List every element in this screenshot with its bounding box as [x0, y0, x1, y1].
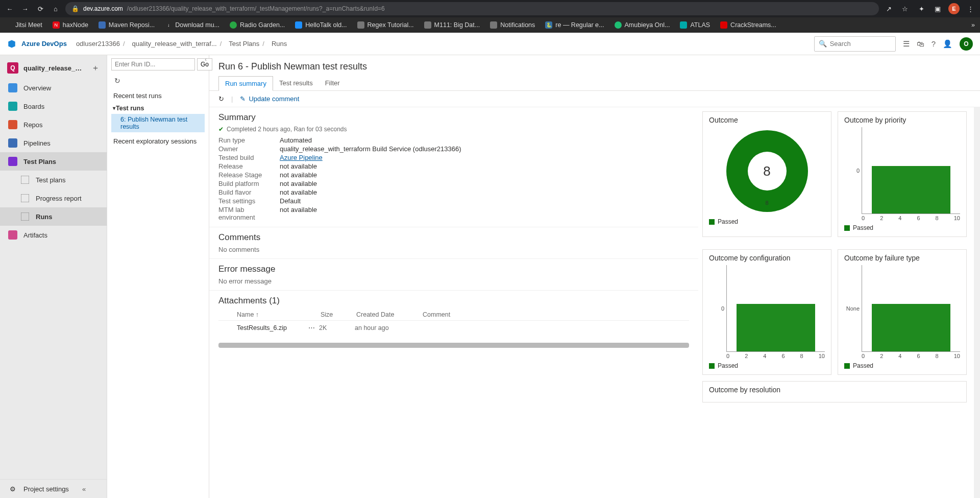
sidebar-sub-runs[interactable]: Runs: [0, 207, 107, 226]
run-id-input[interactable]: [111, 58, 195, 70]
x-tick: 10: [954, 353, 960, 359]
summary-value: not available: [280, 180, 317, 187]
summary-row: Test settingsDefault: [218, 197, 689, 205]
breadcrumb[interactable]: odluser213366: [76, 40, 120, 48]
collapse-panel-icon[interactable]: ‹: [205, 56, 207, 62]
azure-logo-icon: [7, 39, 16, 49]
chart-title: Outcome by configuration: [709, 254, 825, 262]
collapse-icon[interactable]: «: [75, 485, 93, 493]
bookmark-item[interactable]: CrackStreams...: [720, 21, 776, 29]
bookmark-item[interactable]: 🐍re — Regular e...: [545, 21, 604, 29]
x-tick: 2: [745, 353, 748, 359]
url-path: /odluser213366/quality_release_with_terr…: [127, 5, 385, 12]
browser-avatar[interactable]: E: [948, 3, 960, 14]
sidebar-item-repos[interactable]: Repos: [0, 115, 107, 134]
summary-value: not available: [280, 188, 317, 196]
sidebar-item-label: Boards: [23, 103, 44, 110]
back-icon[interactable]: ←: [4, 5, 15, 13]
sub-icon: [20, 212, 30, 221]
attachment-size: 2K: [319, 324, 355, 331]
project-settings-label: Project settings: [23, 485, 69, 493]
bookmark-item[interactable]: NhaxNode: [53, 21, 88, 29]
tab-run-summary[interactable]: Run summary: [218, 76, 273, 91]
menu-icon[interactable]: ⋮: [965, 5, 976, 13]
attachment-date: an hour ago: [355, 324, 421, 331]
breadcrumb[interactable]: Runs: [272, 40, 287, 48]
test-runs-tree[interactable]: Test runs: [111, 103, 205, 114]
brand-link[interactable]: Azure DevOps: [21, 40, 67, 48]
x-tick: 2: [880, 353, 883, 359]
sidebar-item-test-plans[interactable]: Test Plans: [0, 152, 107, 171]
help-icon[interactable]: ?: [932, 39, 936, 48]
update-comment-label: Update comment: [249, 95, 299, 103]
bookmark-item[interactable]: Jitsi Meet: [5, 21, 42, 29]
bookmark-item[interactable]: Notifications: [490, 21, 535, 29]
bag-icon[interactable]: 🛍: [917, 39, 924, 48]
vertical-scrollbar[interactable]: [974, 107, 980, 498]
refresh-icon[interactable]: ↻: [111, 75, 124, 87]
bookmark-item[interactable]: ↓Download mu...: [165, 21, 219, 29]
svg-rect-5: [21, 176, 29, 184]
tab-filter[interactable]: Filter: [319, 76, 346, 90]
bookmark-item[interactable]: Regex Tutorial...: [357, 21, 414, 29]
home-icon[interactable]: ⌂: [50, 5, 61, 13]
summary-value[interactable]: Azure Pipeline: [280, 154, 323, 161]
tab-test-results[interactable]: Test results: [273, 76, 319, 90]
sidebar-sub-test-plans[interactable]: Test plans: [0, 171, 107, 189]
svg-rect-0: [8, 83, 17, 92]
x-tick: 8: [800, 353, 803, 359]
chart-outcome: Outcome 8 8 Passed: [702, 111, 831, 237]
search-input[interactable]: [830, 40, 891, 48]
col-name[interactable]: Name ↑: [218, 311, 321, 318]
more-icon[interactable]: ⋯: [308, 324, 315, 331]
add-icon[interactable]: ＋: [91, 63, 100, 74]
recent-runs-header[interactable]: Recent test runs: [111, 87, 205, 103]
bookmark-item[interactable]: Amubieya Onl...: [615, 21, 670, 29]
user-avatar[interactable]: O: [960, 37, 973, 51]
project-name[interactable]: quality_release_with_t...: [23, 64, 86, 72]
reload-icon[interactable]: ⟳: [35, 5, 46, 13]
refresh-icon[interactable]: ↻: [218, 95, 224, 103]
chart-title: Outcome: [709, 116, 825, 124]
summary-row: Ownerquality_release_with_terraform Buil…: [218, 145, 689, 153]
sidebar-item-overview[interactable]: Overview: [0, 79, 107, 97]
bookmark-icon[interactable]: ☆: [899, 5, 911, 13]
panel-icon[interactable]: ▣: [932, 5, 943, 13]
col-comment[interactable]: Comment: [423, 311, 689, 318]
chart-title: Outcome by failure type: [844, 254, 960, 262]
summary-key: Build platform: [218, 180, 280, 187]
legend-label: Passed: [718, 362, 738, 369]
summary-key: MTM lab environment: [218, 206, 280, 221]
attachment-row[interactable]: TestResults_6.zip⋯2Kan hour ago: [218, 321, 689, 335]
bar: [737, 304, 815, 351]
update-comment-button[interactable]: ✎ Update comment: [240, 95, 299, 103]
breadcrumb[interactable]: Test Plans: [229, 40, 259, 48]
sidebar-item-artifacts[interactable]: Artifacts: [0, 226, 107, 244]
list-icon[interactable]: ☰: [903, 39, 910, 49]
bookmark-item[interactable]: Maven Reposi...: [99, 21, 155, 29]
share-icon[interactable]: ↗: [883, 5, 894, 13]
col-size[interactable]: Size: [321, 311, 356, 318]
extensions-icon[interactable]: ✦: [916, 5, 927, 13]
bookmark-item[interactable]: Radio Garden...: [230, 21, 285, 29]
search-box[interactable]: 🔍: [814, 36, 896, 52]
bookmark-item[interactable]: ATLAS: [680, 21, 710, 29]
horizontal-scrollbar[interactable]: [218, 343, 689, 348]
exploratory-header[interactable]: Recent exploratory sessions: [111, 132, 205, 148]
summary-key: Owner: [218, 145, 280, 153]
sidebar-sub-progress-report[interactable]: Progress report: [0, 189, 107, 207]
forward-icon[interactable]: →: [19, 5, 31, 13]
x-tick: 10: [954, 215, 960, 221]
x-tick: 6: [917, 353, 920, 359]
bookmark-item[interactable]: M111: Big Dat...: [424, 21, 480, 29]
bookmarks-overflow-icon[interactable]: »: [971, 21, 975, 29]
sidebar-item-boards[interactable]: Boards: [0, 97, 107, 115]
project-settings[interactable]: ⚙ Project settings «: [0, 480, 107, 498]
address-bar[interactable]: 🔒 dev.azure.com /odluser213366/quality_r…: [65, 2, 879, 15]
user-settings-icon[interactable]: 👤: [943, 39, 952, 49]
col-date[interactable]: Created Date: [356, 311, 423, 318]
bookmark-item[interactable]: HelloTalk old...: [295, 21, 347, 29]
breadcrumb[interactable]: quality_release_with_terraf...: [132, 40, 217, 48]
test-run-item[interactable]: 6: Publish Newman test results: [111, 114, 205, 132]
sidebar-item-pipelines[interactable]: Pipelines: [0, 134, 107, 152]
